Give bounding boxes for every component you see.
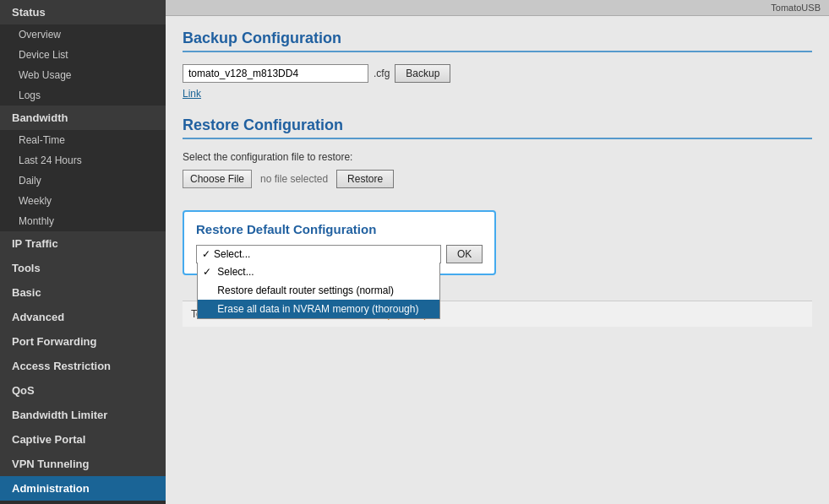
option-check-2 <box>203 303 215 315</box>
dropdown-selected-display[interactable]: ✓ Select... <box>197 246 440 263</box>
sidebar-section-bandwidth-limiter[interactable]: Bandwidth Limiter <box>0 403 166 427</box>
content-area: Backup Configuration .cfg Backup Link Re… <box>166 16 829 340</box>
cfg-ext-label: .cfg <box>374 68 390 79</box>
sidebar-item-real-time[interactable]: Real-Time <box>0 130 166 150</box>
brand-label: TomatoUSB <box>771 3 821 13</box>
restore-default-title: Restore Default Configuration <box>196 222 483 236</box>
sidebar-section-ip-traffic[interactable]: IP Traffic <box>0 231 166 256</box>
sidebar-section-advanced[interactable]: Advanced <box>0 305 166 329</box>
topbar: TomatoUSB <box>166 0 829 16</box>
backup-section: Backup Configuration .cfg Backup Link <box>183 30 812 100</box>
sidebar-section-administration[interactable]: Administration <box>0 476 166 501</box>
restore-section: Restore Configuration Select the configu… <box>183 117 812 188</box>
sidebar-item-device-list[interactable]: Device List <box>0 45 166 65</box>
restore-default-dropdown[interactable]: ✓ Select... ✓ Select... Restore default … <box>196 245 441 263</box>
sidebar-item-last-24-hours[interactable]: Last 24 Hours <box>0 150 166 171</box>
backup-link[interactable]: Link <box>183 88 812 100</box>
no-file-label: no file selected <box>260 173 328 185</box>
restore-row: Choose File no file selected Restore <box>183 170 812 188</box>
sidebar-section-status[interactable]: Status <box>0 0 166 24</box>
dropdown-ok-row: ✓ Select... ✓ Select... Restore default … <box>196 245 483 263</box>
sidebar-section-vpn-tunneling[interactable]: VPN Tunneling <box>0 452 166 476</box>
sidebar-section-access-restriction[interactable]: Access Restriction <box>0 354 166 378</box>
restore-instruction: Select the configuration file to restore… <box>183 151 812 163</box>
sidebar-item-admin-access[interactable]: Admin Access <box>0 501 166 504</box>
dropdown-list: ✓ Select... Restore default router setti… <box>197 263 440 319</box>
sidebar-item-weekly[interactable]: Weekly <box>0 191 166 211</box>
ok-button[interactable]: OK <box>446 245 483 263</box>
sidebar-section-captive-portal[interactable]: Captive Portal <box>0 427 166 452</box>
restore-button[interactable]: Restore <box>336 170 394 188</box>
option-check-1 <box>203 285 215 296</box>
dropdown-option-label-1: Restore default router settings (normal) <box>217 285 394 296</box>
sidebar-item-daily[interactable]: Daily <box>0 171 166 191</box>
dropdown-option-label-0: Select... <box>217 266 254 278</box>
sidebar-item-logs[interactable]: Logs <box>0 85 166 106</box>
checkmark-selected: ✓ <box>202 248 210 260</box>
dropdown-option-normal[interactable]: Restore default router settings (normal) <box>198 281 439 300</box>
restore-default-section: Restore Default Configuration ✓ Select..… <box>183 210 496 275</box>
sidebar-item-monthly[interactable]: Monthly <box>0 211 166 231</box>
option-check-0: ✓ <box>203 266 215 278</box>
sidebar-section-port-forwarding[interactable]: Port Forwarding <box>0 329 166 354</box>
backup-filename-input[interactable] <box>183 64 368 83</box>
sidebar-section-tools[interactable]: Tools <box>0 256 166 280</box>
sidebar-item-overview[interactable]: Overview <box>0 24 166 45</box>
sidebar-item-web-usage[interactable]: Web Usage <box>0 65 166 85</box>
dropdown-selected-label: Select... <box>214 248 250 260</box>
main-content: TomatoUSB Backup Configuration .cfg Back… <box>166 0 829 504</box>
choose-file-button[interactable]: Choose File <box>183 170 252 188</box>
sidebar-section-bandwidth[interactable]: Bandwidth <box>0 106 166 130</box>
backup-section-title: Backup Configuration <box>183 30 812 52</box>
restore-section-title: Restore Configuration <box>183 117 812 139</box>
backup-row: .cfg Backup <box>183 64 812 83</box>
backup-button[interactable]: Backup <box>395 64 450 83</box>
dropdown-option-thorough[interactable]: Erase all data in NVRAM memory (thorough… <box>198 300 439 318</box>
dropdown-option-label-2: Erase all data in NVRAM memory (thorough… <box>217 303 418 315</box>
sidebar: Status Overview Device List Web Usage Lo… <box>0 0 166 504</box>
sidebar-section-basic[interactable]: Basic <box>0 280 166 305</box>
dropdown-option-select[interactable]: ✓ Select... <box>198 263 439 281</box>
sidebar-section-qos[interactable]: QoS <box>0 378 166 403</box>
